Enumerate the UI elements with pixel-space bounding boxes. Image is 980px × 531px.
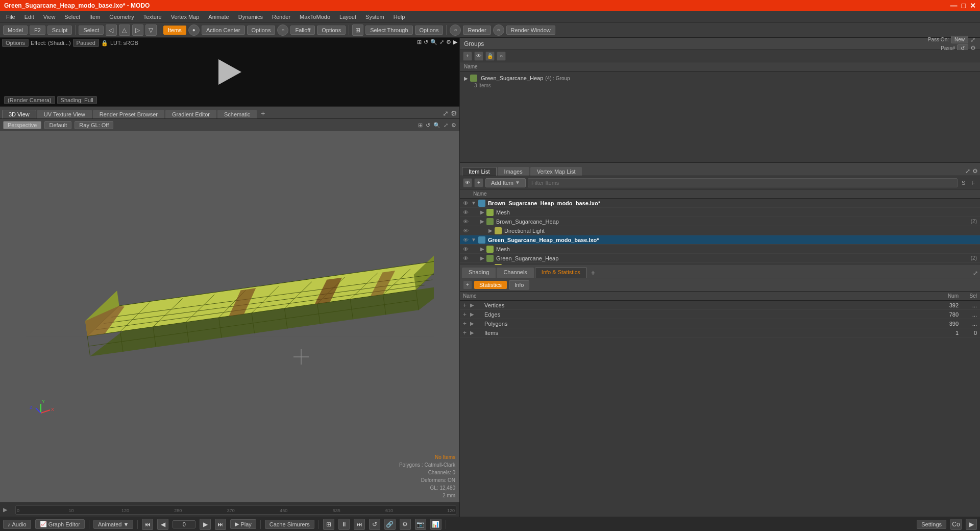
item-list-expand-icon[interactable]: ⤢ [965,167,970,175]
preview-icon-4[interactable]: ⤢ [439,39,444,45]
model-button[interactable]: Model [3,26,28,35]
sb-icon-c[interactable]: ⏭ [354,519,365,530]
render-button[interactable]: Render [463,26,491,35]
sculpt-button[interactable]: Sculpt [47,26,72,35]
il-row-1[interactable]: 👁 ▶ Mesh [460,208,980,217]
falloff-button[interactable]: Falloff [290,26,315,35]
groups-render-btn[interactable]: ○ [497,52,506,61]
sb-icon-a[interactable]: ⊞ [323,519,334,530]
co-button[interactable]: Co [950,519,962,530]
step-forward-button[interactable]: ▶ [200,519,211,530]
select-button[interactable]: Select [79,26,104,35]
add-viewport-tab[interactable]: + [258,108,268,118]
settings-button[interactable]: Settings [917,520,946,529]
tab-render-preset[interactable]: Render Preset Browser [93,110,164,118]
stats-expand-items[interactable]: ▶ [470,330,477,335]
viewport-icon-1[interactable]: ⊞ [418,122,423,129]
menu-system[interactable]: System [361,13,388,21]
il-row-5[interactable]: 👁 ▶ Mesh [460,245,980,254]
groups-expand-icon[interactable]: ⤢ [970,36,976,43]
render-window-button[interactable]: Render Window [506,26,555,35]
select-up-icon[interactable]: △ [119,25,130,36]
options-button[interactable]: Options [247,26,276,35]
info-section-btn[interactable]: Info [509,280,529,289]
tree-arrow-1[interactable]: ▶ [480,209,484,215]
animated-button[interactable]: Animated ▼ [93,520,133,529]
groups-eye-btn[interactable]: 👁 [474,52,483,61]
item-list-add-btn[interactable]: + [474,178,483,187]
select-through-button[interactable]: Select Through [365,26,412,35]
eye-icon-3[interactable]: 👁 [463,228,470,234]
viewport-expand-icon[interactable]: ⤢ [443,109,449,117]
perspective-btn[interactable]: Perspective [3,121,41,129]
play-button[interactable] [214,57,245,87]
tree-arrow-2[interactable]: ▶ [480,219,484,224]
f2-button[interactable]: F2 [30,26,45,35]
titlebar-controls[interactable]: — □ ✕ [950,2,976,10]
options-ctrl-btn[interactable]: Options [2,39,29,47]
shading-btn[interactable]: Shading: Full [57,96,97,104]
tab-gradient-editor[interactable]: Gradient Editor [165,110,216,118]
menu-texture[interactable]: Texture [139,13,166,21]
il-row-0[interactable]: 👁 ▼ Brown_Sugarcane_Heap_modo_base.lxo* [460,199,980,208]
stats-row-items[interactable]: + ▶ Items 1 0 [460,328,980,337]
menu-maxtomodo[interactable]: MaxToModo [296,13,334,21]
stats-expand-edges[interactable]: ▶ [470,311,477,317]
items-button[interactable]: Items [163,26,186,35]
tree-arrow-6[interactable]: ▶ [480,255,484,261]
viewport-settings-icon[interactable]: ⚙ [451,109,457,117]
il-row-3[interactable]: 👁 ▶ Directional Light [460,226,980,235]
menu-render[interactable]: Render [268,13,295,21]
maximize-button[interactable]: □ [962,2,966,10]
frame-input[interactable] [173,520,195,528]
sb-icon-h[interactable]: 📊 [430,519,442,530]
eye-icon-5[interactable]: 👁 [463,246,470,252]
eye-icon-0[interactable]: 👁 [463,200,470,206]
menu-vertex-map[interactable]: Vertex Map [167,13,204,21]
filter-items-input[interactable] [528,178,958,187]
timeline-track[interactable]: 0 10 120 280 370 450 535 610 120 [15,505,456,515]
graph-editor-button[interactable]: 📈 Graph Editor [35,519,85,529]
group-item-sugarcane-heap[interactable]: ▶ Green_Sugarcane_Heap (4) : Group [464,74,976,83]
item-list-settings-icon[interactable]: ⚙ [972,167,978,175]
sb-icon-f[interactable]: ⚙ [400,519,411,530]
options3-button[interactable]: Options [415,26,444,35]
tab-shading[interactable]: Shading [462,268,496,278]
falloff-dot[interactable]: ○ [277,25,288,36]
menu-view[interactable]: View [39,13,60,21]
tab-channels[interactable]: Channels [497,268,533,278]
minimize-button[interactable]: — [950,2,958,10]
play-button-sb[interactable]: ▶ Play [230,519,256,529]
menu-geometry[interactable]: Geometry [105,13,138,21]
eye-icon-4[interactable]: 👁 [463,237,470,243]
skip-start-button[interactable]: ⏮ [142,519,153,530]
item-list-content[interactable]: 👁 ▼ Brown_Sugarcane_Heap_modo_base.lxo* … [460,199,980,265]
tab-schematic[interactable]: Schematic [217,110,257,118]
select-left-icon[interactable]: ◁ [106,25,117,36]
menu-select[interactable]: Select [60,13,84,21]
sb-icon-e[interactable]: 🔗 [384,519,396,530]
tab-vertex-map-list[interactable]: Vertex Map List [530,167,582,176]
close-button[interactable]: ✕ [970,2,976,10]
preview-icon-5[interactable]: ⚙ [446,39,451,45]
tab-3d-view[interactable]: 3D View [2,110,36,118]
viewport-icon-2[interactable]: ↺ [426,122,430,129]
il-row-6[interactable]: 👁 ▶ Green_Sugarcane_Heap (2) [460,254,980,263]
camera-btn[interactable]: (Render Camera) [4,96,55,104]
audio-button[interactable]: ♪ Audio [3,520,31,529]
sb-icon-b[interactable]: ⏸ [338,519,350,530]
viewport-icon-4[interactable]: ⤢ [444,122,448,129]
paused-btn[interactable]: Paused [73,39,99,47]
tab-info-statistics[interactable]: Info & Statistics [535,268,587,278]
menu-dynamics[interactable]: Dynamics [234,13,267,21]
statistics-section-btn[interactable]: Statistics [474,281,507,289]
tree-arrow-0[interactable]: ▼ [471,200,476,206]
tree-arrow-4[interactable]: ▼ [471,237,476,243]
step-back-button[interactable]: ◀ [157,519,168,530]
sb-icon-d[interactable]: ↺ [369,519,380,530]
preview-icon-3[interactable]: 🔍 [430,39,437,45]
il-row-4[interactable]: 👁 ▼ Green_Sugarcane_Heap_modo_base.lxo* [460,235,980,245]
viewport-icon-3[interactable]: 🔍 [433,122,440,129]
eye-icon-2[interactable]: 👁 [463,219,470,225]
stats-row-vertices[interactable]: + ▶ Vertices 392 ... [460,301,980,310]
